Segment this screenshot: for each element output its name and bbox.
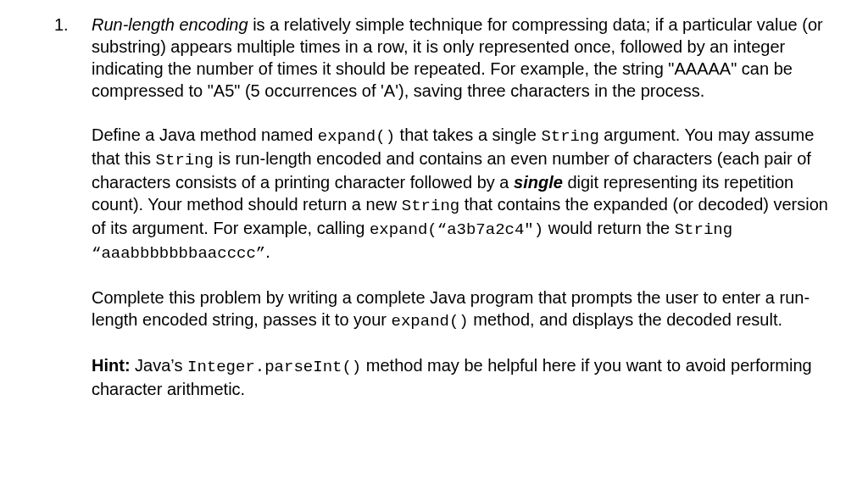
code-string: String [402, 197, 459, 215]
text: . [265, 242, 270, 261]
code-string: String [156, 151, 214, 170]
code-string: String [541, 127, 598, 146]
text: method, and displays the decoded result. [469, 310, 782, 329]
problem-content: Run-length encoding is a relatively simp… [92, 14, 844, 400]
code-result: “aaabbbbbbbaacccc” [92, 244, 265, 263]
text: Java’s [131, 356, 187, 375]
term-run-length-encoding: Run-length encoding [92, 15, 248, 34]
hint-label: Hint: [92, 356, 131, 375]
paragraph-intro: Run-length encoding is a relatively simp… [92, 14, 844, 102]
page: 1. Run-length encoding is a relatively s… [0, 0, 868, 495]
code-string: String [675, 220, 732, 239]
list-number: 1. [54, 14, 69, 36]
paragraph-define-method: Define a Java method named expand() that… [92, 124, 844, 264]
code-expand: expand() [392, 312, 469, 331]
code-parseint: Integer.parseInt() [187, 358, 361, 376]
paragraph-hint: Hint: Java’s Integer.parseInt() method m… [92, 354, 844, 400]
text: would return the [543, 219, 675, 237]
code-expand: expand() [318, 127, 395, 146]
code-expand-call: expand(“a3b7a2c4") [370, 220, 543, 239]
paragraph-complete-program: Complete this problem by writing a compl… [92, 286, 844, 332]
text: Define a Java method named [92, 125, 318, 144]
emphasis-single: single [514, 173, 563, 192]
text: that takes a single [395, 125, 541, 144]
